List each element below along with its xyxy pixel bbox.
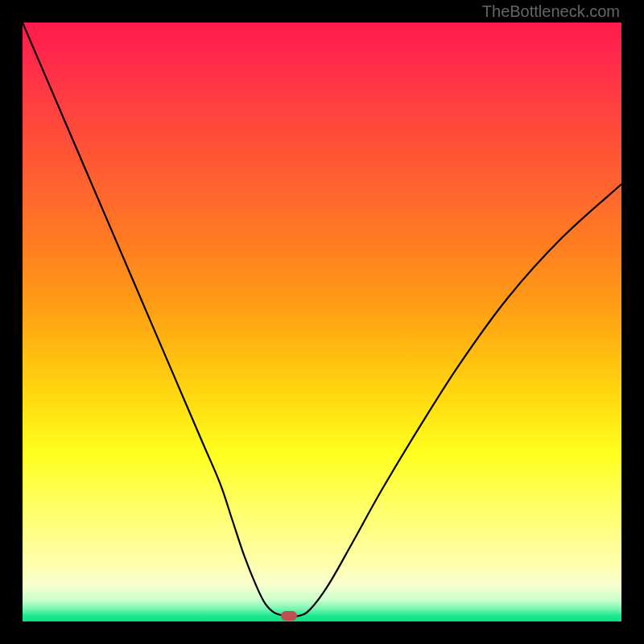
watermark-text: TheBottleneck.com [482,2,620,21]
chart-frame: TheBottleneck.com [0,0,644,644]
bottleneck-curve [23,23,621,617]
plot-area [23,23,621,621]
optimum-marker [281,611,297,621]
curve-layer [23,23,621,621]
